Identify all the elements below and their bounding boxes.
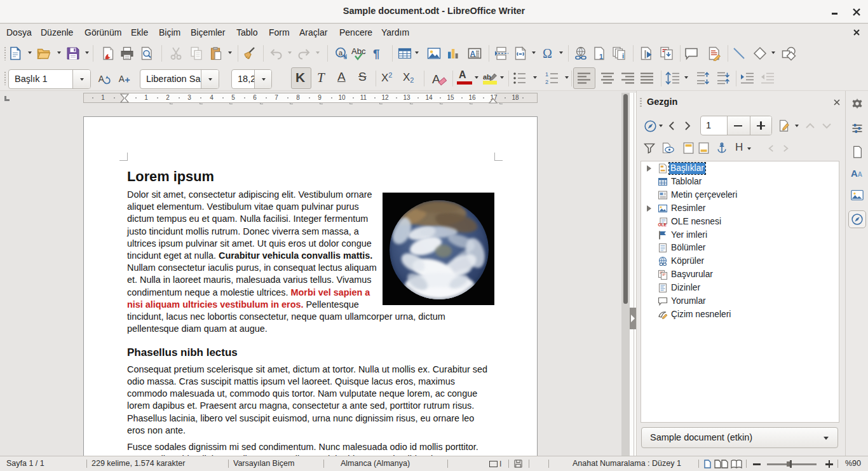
svg-text:A: A (119, 74, 125, 84)
svg-text:A: A (432, 72, 440, 86)
svg-text:a: a (339, 49, 343, 57)
svg-text:d: d (344, 53, 348, 60)
svg-text:1: 1 (545, 71, 548, 78)
svg-text:1: 1 (599, 53, 603, 60)
svg-text:A: A (858, 170, 863, 178)
svg-text:A: A (851, 168, 858, 179)
svg-text:¶: ¶ (373, 47, 380, 60)
svg-text:OLE: OLE (658, 222, 667, 226)
svg-text:2: 2 (545, 79, 548, 85)
svg-text:i: i (622, 52, 624, 60)
svg-text:Abc: Abc (351, 46, 366, 56)
svg-text:A: A (98, 74, 105, 84)
svg-text:Ω: Ω (543, 46, 552, 60)
